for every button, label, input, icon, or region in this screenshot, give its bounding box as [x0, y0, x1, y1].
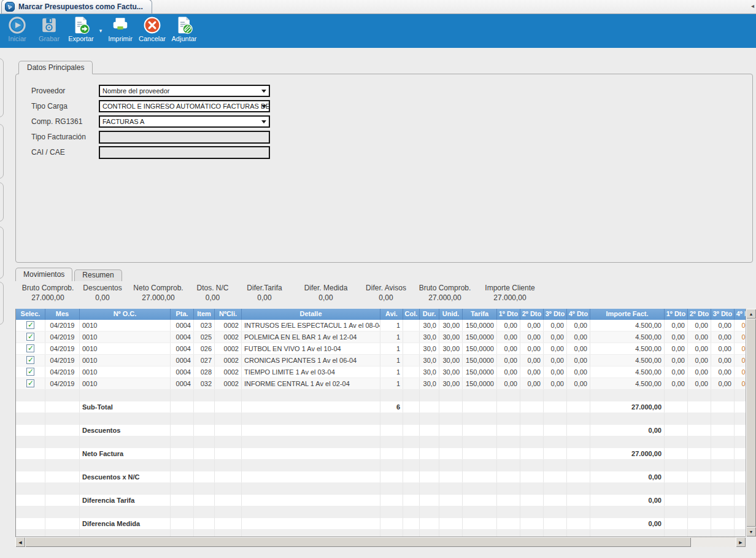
row-checkbox[interactable]: ✓	[26, 379, 34, 387]
print-icon	[111, 16, 129, 34]
grid-cell-pta	[171, 530, 194, 537]
toolbar-button-iniciar[interactable]: Iniciar	[1, 15, 33, 43]
horizontal-scrollbar[interactable]: ◀ ▶	[15, 537, 746, 547]
tabstrip-scroll-left-icon[interactable]: ◂	[751, 2, 754, 9]
grid-header-cell-ncli[interactable]: NºCli.	[215, 309, 242, 320]
grid-cell-dur	[420, 530, 439, 537]
table-row[interactable]: ✓04/2019001000040230002INTRUSOS E/EL ESP…	[16, 320, 746, 331]
grid-cell-e2	[688, 518, 711, 529]
row-checkbox[interactable]: ✓	[26, 344, 34, 352]
chevron-down-icon[interactable]	[261, 90, 266, 93]
grid-cell-avi: 1	[380, 331, 403, 343]
vertical-scrollbar[interactable]: ▲ ▼	[746, 309, 756, 537]
grid-cell-selec	[16, 506, 45, 518]
dropdown-comp-rg1361[interactable]: FACTURAS A	[99, 115, 270, 128]
scroll-left-icon[interactable]: ◀	[15, 537, 25, 547]
grid-cell-dur	[420, 436, 439, 448]
grid-cell-ncli	[215, 460, 242, 471]
grid-cell-e3: 0,00	[711, 343, 735, 354]
chevron-down-icon[interactable]	[261, 120, 266, 123]
grid-header-cell-d2[interactable]: 2º Dto	[520, 309, 544, 320]
row-checkbox[interactable]: ✓	[26, 333, 34, 341]
grid-header-cell-detalle[interactable]: Detalle	[242, 309, 380, 320]
grid-header-cell-selec[interactable]: Selec.	[16, 309, 45, 320]
grid-cell-ncli	[215, 506, 242, 518]
textbox-cai-cae[interactable]	[99, 146, 270, 159]
grid-cell-e2: 0,00	[688, 343, 711, 354]
grid-header-cell-importe[interactable]: Importe Fact.	[590, 309, 665, 320]
field-value: FACTURAS A	[102, 118, 144, 125]
grid-cell-unid	[439, 471, 463, 482]
grid-cell-d4	[567, 425, 590, 436]
grid-header-cell-pta[interactable]: Pta.	[171, 309, 194, 320]
grid-cell-dur	[420, 425, 439, 436]
grid-cell-tarifa: 150,0000	[463, 331, 497, 343]
grid-cell-d3: 0,00	[544, 320, 567, 331]
chevron-down-icon[interactable]	[261, 105, 266, 108]
toolbar-button-adjuntar[interactable]: Adjuntar	[168, 15, 200, 43]
grid-header-cell-d4[interactable]: 4º Dto	[567, 309, 590, 320]
grid-cell-d4	[567, 518, 590, 529]
grid-cell-d4	[567, 448, 590, 459]
window-tab[interactable]: Marcar Presupuestos como Factu...	[1, 0, 152, 14]
dropdown-tipo-carga[interactable]: CONTROL E INGRESO AUTOMÁTICO FACTURAS DE…	[99, 100, 270, 112]
toolbar-button-grabar[interactable]: Grabar	[33, 15, 65, 43]
row-checkbox[interactable]: ✓	[26, 321, 34, 329]
grid-cell-e1: 0,00	[665, 331, 688, 343]
grid-header-cell-avi[interactable]: Avi.	[380, 309, 403, 320]
grid-cell-item	[194, 530, 215, 537]
grid-header-cell-e1[interactable]: 1º Dto	[665, 309, 688, 320]
grid-header-cell-dur[interactable]: Dur.	[420, 309, 439, 320]
table-row[interactable]: ✓04/2019001000040270002CRONICAS PICANTES…	[16, 355, 746, 366]
attach-icon	[175, 16, 193, 34]
grid-cell-col	[403, 495, 420, 506]
grid-cell-e3	[711, 506, 735, 518]
grid-cell-d1: 0,00	[497, 355, 520, 366]
grid-header-cell-col[interactable]: Col.	[403, 309, 420, 320]
grid-cell-e4	[735, 471, 746, 482]
exportar-menu-caret-icon[interactable]: ▾	[97, 28, 104, 34]
row-checkbox[interactable]: ✓	[26, 368, 34, 376]
grid-header-cell-tarifa[interactable]: Tarifa	[463, 309, 497, 320]
grid-cell-col	[403, 343, 420, 354]
grid-header-cell-e3[interactable]: 3º Dto	[711, 309, 735, 320]
table-row[interactable]: ✓04/2019001000040320002INFORME CENTRAL 1…	[16, 378, 746, 390]
grid-cell-importe: 4.500,00	[590, 343, 665, 354]
scroll-up-icon[interactable]: ▲	[746, 309, 756, 319]
table-row[interactable]: ✓04/2019001000040280002TIEMPO LIMITE 1 A…	[16, 366, 746, 378]
table-row[interactable]: ✓04/2019001000040250002POLEMICA EN EL BA…	[16, 331, 746, 343]
scroll-down-icon[interactable]: ▼	[746, 527, 756, 537]
app-logo-icon	[5, 2, 15, 12]
grid-cell-pta	[171, 401, 194, 413]
toolbar-button-imprimir[interactable]: Imprimir	[104, 15, 136, 43]
grid-cell-oc	[80, 413, 171, 425]
horizontal-scroll-thumb[interactable]	[25, 537, 691, 547]
grid-header-cell-e4[interactable]: 4º Dto	[735, 309, 746, 320]
textbox-tipo-facturacion[interactable]	[99, 131, 270, 144]
toolbar-button-cancelar[interactable]: Cancelar	[136, 15, 168, 43]
play-icon	[8, 16, 26, 34]
table-row[interactable]: ✓04/2019001000040260002FUTBOL EN VIVO 1 …	[16, 343, 746, 355]
grid-cell-e3	[711, 530, 735, 537]
grid-header-cell-d3[interactable]: 3º Dto	[544, 309, 567, 320]
grid-header-cell-item[interactable]: Item	[194, 309, 215, 320]
grid-cell-tarifa	[463, 425, 497, 436]
grid-header-cell-d1[interactable]: 1º Dto	[497, 309, 520, 320]
grid-header-cell-oc[interactable]: Nº O.C.	[80, 309, 171, 320]
dropdown-proveedor[interactable]: Nombre del proveedor	[99, 85, 270, 97]
scroll-right-icon[interactable]: ▶	[736, 537, 746, 547]
vertical-scroll-thumb[interactable]	[746, 319, 756, 527]
grid-header-cell-e2[interactable]: 2º Dto	[688, 309, 711, 320]
tab-movimientos[interactable]: Movimientos	[15, 268, 72, 281]
grid-cell-e4	[735, 506, 746, 518]
grid-cell-col	[403, 413, 420, 425]
grid-header-cell-mes[interactable]: Mes	[45, 309, 80, 320]
grid-cell-d2: 0,00	[520, 378, 544, 389]
grid-header-cell-unid[interactable]: Unid.	[439, 309, 463, 320]
grid-cell-e2	[688, 401, 711, 413]
grid-cell-mes	[45, 436, 80, 448]
tab-datos-principales[interactable]: Datos Principales	[18, 61, 93, 74]
tab-resumen[interactable]: Resumen	[74, 269, 122, 281]
toolbar-button-exportar[interactable]: Exportar	[65, 15, 97, 43]
row-checkbox[interactable]: ✓	[26, 356, 34, 364]
